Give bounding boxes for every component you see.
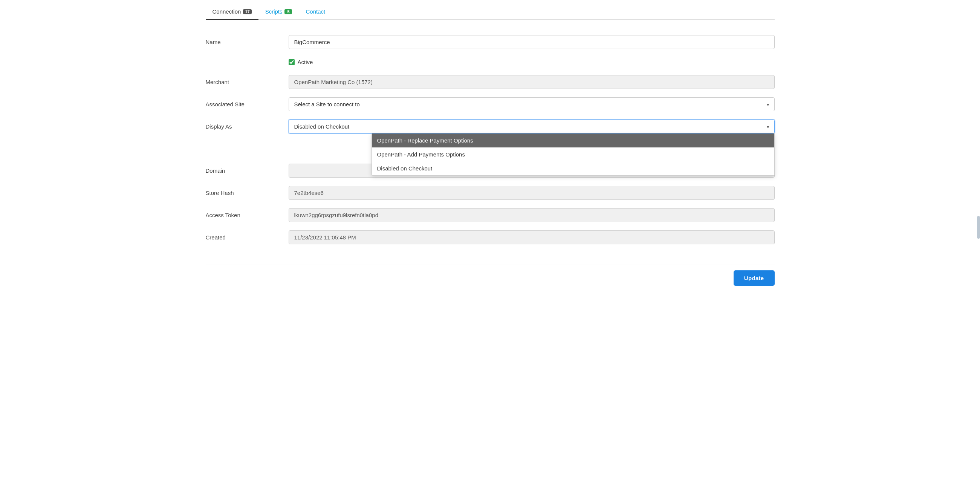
access-token-input bbox=[289, 208, 775, 222]
dropdown-option-replace[interactable]: OpenPath - Replace Payment Options bbox=[372, 134, 774, 147]
tab-scripts-badge: 5 bbox=[285, 9, 292, 14]
display-as-row: Display As OpenPath - Replace Payment Op… bbox=[206, 120, 775, 134]
scrollbar-hint[interactable] bbox=[977, 216, 980, 239]
page-wrapper: Connection 17 Scripts 5 Contact Name Act… bbox=[198, 0, 782, 297]
display-as-label: Display As bbox=[206, 120, 289, 130]
active-label-spacer bbox=[206, 57, 289, 61]
update-button[interactable]: Update bbox=[733, 270, 775, 286]
active-checkbox-row: Active bbox=[289, 57, 775, 67]
tab-connection[interactable]: Connection 17 bbox=[206, 4, 258, 20]
store-hash-input bbox=[289, 186, 775, 200]
display-as-field: OpenPath - Replace Payment Options OpenP… bbox=[289, 120, 775, 134]
dropdown-option-disabled[interactable]: Disabled on Checkout bbox=[372, 161, 774, 175]
access-token-label: Access Token bbox=[206, 208, 289, 218]
tab-contact[interactable]: Contact bbox=[299, 4, 332, 19]
dropdown-option-add[interactable]: OpenPath - Add Payments Options bbox=[372, 147, 774, 161]
created-label: Created bbox=[206, 230, 289, 241]
name-label: Name bbox=[206, 35, 289, 45]
domain-label: Domain bbox=[206, 164, 289, 174]
active-checkbox[interactable] bbox=[289, 59, 294, 65]
name-field bbox=[289, 35, 775, 49]
associated-site-select[interactable]: Select a Site to connect to bbox=[289, 97, 775, 111]
access-token-field bbox=[289, 208, 775, 222]
store-hash-row: Store Hash bbox=[206, 186, 775, 200]
form-body: Name Active Merchant Associated Si bbox=[206, 31, 775, 257]
associated-site-row: Associated Site Select a Site to connect… bbox=[206, 97, 775, 111]
associated-site-select-wrapper: Select a Site to connect to ▾ bbox=[289, 97, 775, 111]
tab-connection-label: Connection bbox=[213, 8, 241, 15]
display-as-select-wrapper: OpenPath - Replace Payment Options OpenP… bbox=[289, 120, 775, 134]
name-input[interactable] bbox=[289, 35, 775, 49]
associated-site-field: Select a Site to connect to ▾ bbox=[289, 97, 775, 111]
store-hash-label: Store Hash bbox=[206, 186, 289, 196]
created-field bbox=[289, 230, 775, 244]
tab-scripts[interactable]: Scripts 5 bbox=[258, 4, 299, 19]
tab-contact-label: Contact bbox=[305, 8, 325, 15]
associated-site-label: Associated Site bbox=[206, 97, 289, 107]
tab-scripts-label: Scripts bbox=[265, 8, 283, 15]
created-input bbox=[289, 230, 775, 244]
merchant-row: Merchant bbox=[206, 75, 775, 89]
display-as-dropdown: OpenPath - Replace Payment Options OpenP… bbox=[372, 134, 775, 176]
store-hash-field bbox=[289, 186, 775, 200]
created-row: Created bbox=[206, 230, 775, 244]
merchant-field bbox=[289, 75, 775, 89]
access-token-row: Access Token bbox=[206, 208, 775, 222]
active-row: Active bbox=[206, 57, 775, 67]
merchant-label: Merchant bbox=[206, 75, 289, 85]
display-as-select[interactable]: OpenPath - Replace Payment Options OpenP… bbox=[289, 120, 775, 134]
tabs-container: Connection 17 Scripts 5 Contact bbox=[206, 4, 775, 20]
active-checkbox-label: Active bbox=[298, 59, 313, 65]
name-row: Name bbox=[206, 35, 775, 49]
merchant-input bbox=[289, 75, 775, 89]
footer-actions: Update bbox=[206, 264, 775, 286]
active-field: Active bbox=[289, 57, 775, 67]
tab-connection-badge: 17 bbox=[243, 9, 251, 14]
